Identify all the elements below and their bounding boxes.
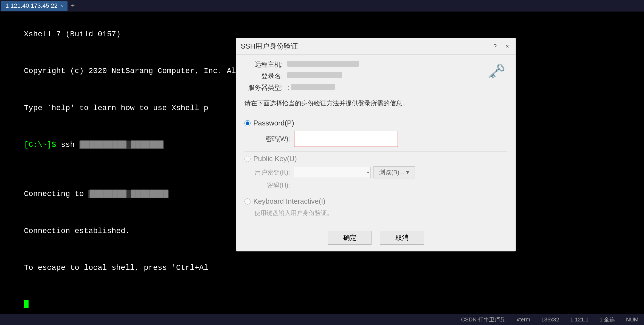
user-key-label: 用户密钥(K):	[254, 168, 290, 177]
password-input[interactable]	[296, 133, 396, 145]
password-section: Password(P) 密码(W):	[244, 119, 507, 147]
divider-1	[244, 116, 507, 116]
remote-host-label: 远程主机:	[244, 60, 283, 69]
dialog-header-section: 远程主机: 登录名: 服务器类型: : 🗝️	[244, 60, 507, 95]
password-radio[interactable]	[244, 120, 251, 126]
keyboard-description: 使用键盘输入用户身份验证。	[244, 209, 507, 217]
dialog-fields: 远程主机: 登录名: 服务器类型: :	[244, 60, 480, 95]
dialog-icon-area: 🗝️	[485, 60, 507, 82]
dialog-title-buttons: ? ×	[491, 42, 511, 51]
keyboard-section-header: Keyboard Interactive(I)	[244, 197, 507, 206]
tab-close-button[interactable]: ×	[60, 3, 63, 9]
dialog-overlay: SSH用户身份验证 ? × 远程主机: 登录名:	[0, 12, 644, 315]
status-num: NUM	[626, 316, 639, 323]
dialog-body: 远程主机: 登录名: 服务器类型: : 🗝️	[236, 55, 516, 228]
confirm-button[interactable]: 确定	[328, 231, 372, 245]
browse-button[interactable]: 浏览(B)... ▾	[373, 166, 415, 178]
keyboard-section: Keyboard Interactive(I) 使用键盘输入用户身份验证。	[244, 197, 507, 217]
server-type-row: 服务器类型: :	[244, 83, 480, 92]
status-lang: 1 全连	[600, 316, 615, 323]
pubkey-radio[interactable]	[244, 156, 251, 162]
server-type-value: :	[287, 84, 335, 91]
pubkey-label: Public Key(U)	[253, 155, 297, 163]
status-csdn: CSDN·打牛卫师兄	[461, 316, 505, 323]
divider-2	[244, 152, 507, 152]
tab-label: 1 121.40.173.45:22	[5, 2, 58, 9]
dialog-close-button[interactable]: ×	[503, 42, 511, 51]
dialog-help-button[interactable]: ?	[491, 42, 499, 51]
login-name-label: 登录名:	[244, 72, 283, 80]
password-box	[294, 131, 398, 147]
key-icon: 🗝️	[488, 63, 505, 80]
user-key-row: 用户密钥(K): 浏览(B)... ▾	[254, 166, 507, 178]
server-type-label: 服务器类型:	[244, 83, 283, 92]
pubkey-fields: 用户密钥(K): 浏览(B)... ▾ 密码(H):	[244, 166, 507, 190]
status-bar: CSDN·打牛卫师兄 xterm 136x32 1 121.1 1 全连 NUM	[0, 314, 644, 325]
password-section-header: Password(P)	[244, 119, 507, 127]
login-name-value	[287, 72, 342, 80]
status-ip: 1 121.1	[570, 316, 589, 323]
password-fields: 密码(W):	[244, 131, 507, 147]
tab-bar: 1 121.40.173.45:22 × +	[0, 0, 644, 12]
pubkey-section-header: Public Key(U)	[244, 155, 507, 163]
pubkey-password-row: 密码(H):	[254, 181, 507, 190]
status-size: 136x32	[541, 316, 559, 323]
keyboard-label: Keyboard Interactive(I)	[253, 197, 325, 206]
divider-3	[244, 194, 507, 194]
dialog-instruction: 请在下面选择恰当的身份验证方法并提供登录所需的信息。	[244, 99, 507, 110]
tab-add-button[interactable]: +	[68, 2, 77, 10]
pubkey-password-label: 密码(H):	[254, 181, 290, 190]
dialog-title: SSH用户身份验证	[241, 41, 298, 51]
cancel-button[interactable]: 取消	[380, 231, 424, 245]
dialog-footer: 确定 取消	[236, 228, 516, 251]
remote-host-value	[287, 61, 359, 68]
status-xterm: xterm	[516, 316, 530, 323]
user-key-select[interactable]	[294, 167, 371, 178]
dialog-titlebar: SSH用户身份验证 ? ×	[236, 38, 516, 55]
login-name-row: 登录名:	[244, 72, 480, 80]
password-label: Password(P)	[253, 119, 294, 127]
ssh-auth-dialog: SSH用户身份验证 ? × 远程主机: 登录名:	[236, 38, 516, 251]
remote-host-row: 远程主机:	[244, 60, 480, 69]
pubkey-section: Public Key(U) 用户密钥(K): 浏览(B)... ▾ 密码(H):	[244, 155, 507, 190]
keyboard-radio[interactable]	[244, 198, 251, 204]
terminal-tab[interactable]: 1 121.40.173.45:22 ×	[1, 1, 68, 11]
password-field-label: 密码(W):	[254, 135, 290, 143]
password-field-row: 密码(W):	[254, 131, 507, 147]
